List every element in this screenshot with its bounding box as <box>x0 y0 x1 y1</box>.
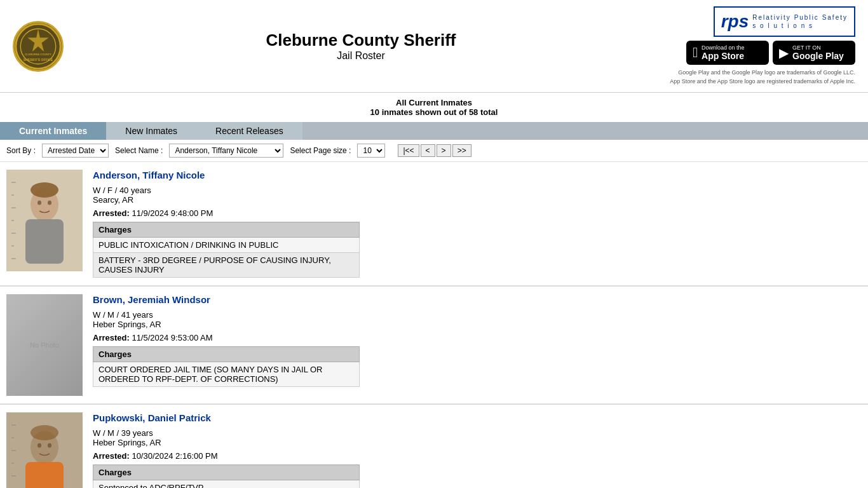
inmate-name[interactable]: Pupkowski, Daniel Patrick <box>93 412 862 423</box>
controls-row: Sort By : Arrested Date Select Name : An… <box>0 140 868 162</box>
apple-icon:  <box>693 44 698 61</box>
sheriff-badge-icon: SHERIFF'S OFFICE CLEBURNE COUNTY <box>13 21 64 72</box>
google-play-button[interactable]: ▶ GET IT ON Google Play <box>773 41 855 65</box>
charge-row: PUBLIC INTOXICATION / DRINKING IN PUBLIC <box>93 238 360 253</box>
sort-select[interactable]: Arrested Date <box>42 144 109 158</box>
rps-logo-text: rps <box>721 11 749 32</box>
svg-rect-14 <box>25 219 64 264</box>
first-page-button[interactable]: |<< <box>398 144 419 157</box>
inmate-details: W / M / 41 yearsHeber Springs, AR <box>93 310 862 329</box>
charges-header: Charges <box>93 465 360 480</box>
rps-logo: rps Relativity Public Safety s o l u t i… <box>714 6 855 37</box>
inmate-details: W / F / 40 yearsSearcy, AR <box>93 186 862 205</box>
app-disclaimer: Google Play and the Google Play logo are… <box>670 69 855 86</box>
inmates-summary-line2: 10 inmates shown out of 58 total <box>13 107 855 117</box>
inmate-arrested-date: Arrested: 11/5/2024 9:53:00 AM <box>93 333 862 342</box>
charges-table: ChargesSentenced to ADC/RPF/TVP <box>93 464 360 488</box>
app-store-button[interactable]:  Download on the App Store <box>686 41 769 65</box>
charge-row: Sentenced to ADC/RPF/TVP <box>93 480 360 489</box>
app-store-small-text: Download on the <box>702 44 745 51</box>
svg-rect-27 <box>25 462 64 488</box>
inmate-row: Pupkowski, Daniel PatrickW / M / 39 year… <box>0 405 868 488</box>
page-header: SHERIFF'S OFFICE CLEBURNE COUNTY Cleburn… <box>0 0 868 93</box>
inmates-summary: All Current Inmates 10 inmates shown out… <box>0 93 868 122</box>
svg-text:SHERIFF'S OFFICE: SHERIFF'S OFFICE <box>24 58 53 62</box>
inmate-list: Anderson, Tiffany NicoleW / F / 40 years… <box>0 162 868 488</box>
svg-point-15 <box>37 201 41 205</box>
prev-page-button[interactable]: < <box>421 144 435 157</box>
sheriff-badge-container: SHERIFF'S OFFICE CLEBURNE COUNTY <box>13 21 70 72</box>
page-size-select[interactable]: 10 <box>357 144 385 158</box>
svg-point-30 <box>31 425 58 440</box>
app-store-large-text: App Store <box>702 51 745 61</box>
charge-row: COURT ORDERED JAIL TIME (SO MANY DAYS IN… <box>93 362 360 387</box>
charges-table: ChargesCOURT ORDERED JAIL TIME (SO MANY … <box>93 346 360 387</box>
svg-point-29 <box>48 444 51 448</box>
charge-row: BATTERY - 3RD DEGREE / PURPOSE OF CAUSIN… <box>93 253 360 278</box>
page-size-label: Select Page size : <box>290 146 351 155</box>
svg-point-17 <box>31 182 58 198</box>
inmate-name[interactable]: Brown, Jeremiah Windsor <box>93 294 862 305</box>
tab-new-inmates[interactable]: New Inmates <box>106 122 196 140</box>
charge-text: BATTERY - 3RD DEGREE / PURPOSE OF CAUSIN… <box>93 253 360 278</box>
page-title: Cleburne County Sheriff <box>70 30 652 50</box>
charges-table: ChargesPUBLIC INTOXICATION / DRINKING IN… <box>93 222 360 278</box>
google-play-small-text: GET IT ON <box>792 44 844 51</box>
pagination-buttons: |<< < > >> <box>398 144 471 157</box>
header-title-area: Cleburne County Sheriff Jail Roster <box>70 30 652 62</box>
google-play-icon: ▶ <box>779 45 789 60</box>
inmate-arrested-date: Arrested: 10/30/2024 2:16:00 PM <box>93 451 862 461</box>
app-buttons-container:  Download on the App Store ▶ GET IT ON … <box>686 41 855 65</box>
charges-header: Charges <box>93 222 360 238</box>
inmate-details: W / M / 39 yearsHeber Springs, AR <box>93 428 862 447</box>
nav-tabs: Current Inmates New Inmates Recent Relea… <box>0 122 868 140</box>
svg-point-16 <box>48 201 51 205</box>
inmate-arrested-date: Arrested: 11/9/2024 9:48:00 PM <box>93 208 862 218</box>
inmate-row: Anderson, Tiffany NicoleW / F / 40 years… <box>0 162 868 287</box>
charge-text: COURT ORDERED JAIL TIME (SO MANY DAYS IN… <box>93 362 360 387</box>
next-page-button[interactable]: > <box>437 144 451 157</box>
name-select[interactable]: Anderson, Tiffany Nicole <box>169 144 283 158</box>
inmate-name[interactable]: Anderson, Tiffany Nicole <box>93 170 862 180</box>
name-label: Select Name : <box>115 146 163 155</box>
charge-text: Sentenced to ADC/RPF/TVP <box>93 480 360 489</box>
inmate-photo <box>6 170 83 271</box>
charge-text: PUBLIC INTOXICATION / DRINKING IN PUBLIC <box>93 238 360 253</box>
inmate-row: No PhotoBrown, Jeremiah WindsorW / M / 4… <box>0 287 868 405</box>
inmate-photo <box>6 412 83 488</box>
charges-header: Charges <box>93 347 360 362</box>
rps-subtitle: Relativity Public Safety s o l u t i o n… <box>752 13 848 30</box>
header-right-area: rps Relativity Public Safety s o l u t i… <box>652 6 855 86</box>
last-page-button[interactable]: >> <box>452 144 471 157</box>
google-play-large-text: Google Play <box>792 51 844 61</box>
page-subtitle: Jail Roster <box>70 50 652 62</box>
tab-current-inmates[interactable]: Current Inmates <box>0 122 106 140</box>
sort-label: Sort By : <box>6 146 36 155</box>
inmates-summary-line1: All Current Inmates <box>13 98 855 107</box>
svg-point-28 <box>37 444 41 448</box>
svg-text:CLEBURNE COUNTY: CLEBURNE COUNTY <box>25 52 51 55</box>
tab-recent-releases[interactable]: Recent Releases <box>196 122 302 140</box>
inmate-photo: No Photo <box>6 294 83 396</box>
